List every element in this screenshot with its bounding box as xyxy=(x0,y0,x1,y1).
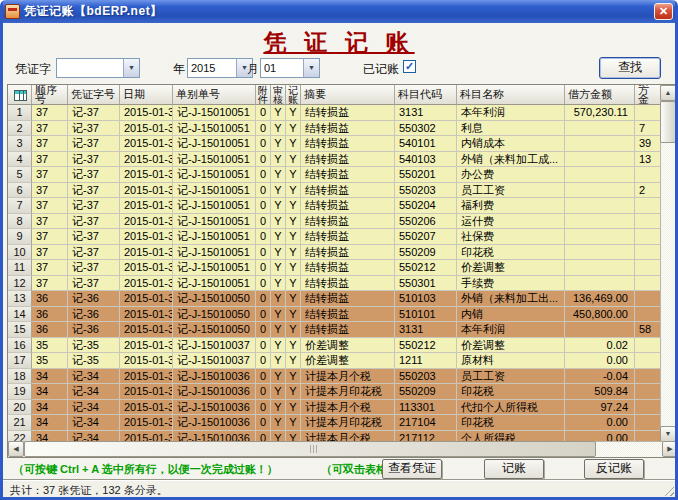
summary-cell[interactable]: 结转损益 xyxy=(301,121,395,137)
voucher-no-cell[interactable]: 记-37 xyxy=(68,214,120,230)
doc-no-cell[interactable]: 记-J-15010051 xyxy=(173,245,256,261)
row-number-cell[interactable]: 14 xyxy=(8,307,32,323)
unpost-button[interactable]: 反记账 xyxy=(584,459,644,479)
date-cell[interactable]: 2015-01-31 xyxy=(120,353,173,369)
posted-cell[interactable]: Y xyxy=(286,338,301,354)
attachment-cell[interactable]: 0 xyxy=(256,121,271,137)
audit-cell[interactable]: Y xyxy=(271,415,286,431)
seq-cell[interactable]: 34 xyxy=(32,384,68,400)
table-row[interactable]: 1934记-342015-01-31记-J-150100360YY计提本月印花税… xyxy=(8,384,661,400)
posted-cell[interactable]: Y xyxy=(286,353,301,369)
account-code-cell[interactable]: 550212 xyxy=(395,338,457,354)
account-code-cell[interactable]: 3131 xyxy=(395,105,457,121)
posted-cell[interactable]: Y xyxy=(286,152,301,168)
summary-cell[interactable]: 结转损益 xyxy=(301,105,395,121)
table-row[interactable]: 1436记-362015-01-31记-J-150100500YY结转损益510… xyxy=(8,307,661,323)
posted-cell[interactable]: Y xyxy=(286,276,301,292)
summary-cell[interactable]: 结转损益 xyxy=(301,245,395,261)
credit-amount-cell[interactable] xyxy=(635,400,661,416)
summary-cell[interactable]: 结转损益 xyxy=(301,167,395,183)
seq-cell[interactable]: 37 xyxy=(32,198,68,214)
account-code-cell[interactable]: 550204 xyxy=(395,198,457,214)
row-number-cell[interactable]: 11 xyxy=(8,260,32,276)
voucher-no-cell[interactable]: 记-36 xyxy=(68,307,120,323)
debit-amount-cell[interactable] xyxy=(565,136,635,152)
credit-amount-cell[interactable] xyxy=(635,229,661,245)
credit-amount-cell[interactable] xyxy=(635,353,661,369)
row-number-cell[interactable]: 20 xyxy=(8,400,32,416)
date-cell[interactable]: 2015-01-31 xyxy=(120,260,173,276)
account-name-cell[interactable]: 价差调整 xyxy=(457,260,565,276)
summary-cell[interactable]: 计提本月个税 xyxy=(301,400,395,416)
account-name-cell[interactable]: 本年利润 xyxy=(457,322,565,338)
posted-cell[interactable]: Y xyxy=(286,260,301,276)
voucher-no-cell[interactable]: 记-35 xyxy=(68,338,120,354)
audit-cell[interactable]: Y xyxy=(271,214,286,230)
attachment-cell[interactable]: 0 xyxy=(256,229,271,245)
account-code-cell[interactable]: 3131 xyxy=(395,322,457,338)
row-number-cell[interactable]: 15 xyxy=(8,322,32,338)
attachment-cell[interactable]: 0 xyxy=(256,105,271,121)
audit-cell[interactable]: Y xyxy=(271,291,286,307)
debit-amount-cell[interactable]: 97.24 xyxy=(565,400,635,416)
doc-no-cell[interactable]: 记-J-15010051 xyxy=(173,260,256,276)
credit-amount-cell[interactable] xyxy=(635,198,661,214)
account-code-cell[interactable]: 113301 xyxy=(395,400,457,416)
account-name-cell[interactable]: 价差调整 xyxy=(457,338,565,354)
credit-amount-cell[interactable] xyxy=(635,214,661,230)
date-cell[interactable]: 2015-01-31 xyxy=(120,415,173,431)
doc-no-cell[interactable]: 记-J-15010051 xyxy=(173,167,256,183)
doc-no-cell[interactable]: 记-J-15010050 xyxy=(173,307,256,323)
summary-cell[interactable]: 结转损益 xyxy=(301,183,395,199)
date-cell[interactable]: 2015-01-31 xyxy=(120,400,173,416)
seq-cell[interactable]: 37 xyxy=(32,167,68,183)
doc-no-cell[interactable]: 记-J-15010037 xyxy=(173,338,256,354)
table-row[interactable]: 337记-372015-01-31记-J-150100510YY结转损益5401… xyxy=(8,136,661,152)
credit-amount-cell[interactable] xyxy=(635,260,661,276)
audit-cell[interactable]: Y xyxy=(271,229,286,245)
table-row[interactable]: 837记-372015-01-31记-J-150100510YY结转损益5502… xyxy=(8,214,661,230)
posted-cell[interactable]: Y xyxy=(286,229,301,245)
voucher-no-cell[interactable]: 记-37 xyxy=(68,105,120,121)
summary-cell[interactable]: 结转损益 xyxy=(301,214,395,230)
row-number-cell[interactable]: 1 xyxy=(8,105,32,121)
posted-cell[interactable]: Y xyxy=(286,400,301,416)
doc-no-cell[interactable]: 记-J-15010051 xyxy=(173,198,256,214)
audit-cell[interactable]: Y xyxy=(271,167,286,183)
row-number-cell[interactable]: 10 xyxy=(8,245,32,261)
account-name-cell[interactable]: 印花税 xyxy=(457,415,565,431)
debit-amount-cell[interactable] xyxy=(565,198,635,214)
credit-amount-cell[interactable] xyxy=(635,369,661,385)
account-name-cell[interactable]: 福利费 xyxy=(457,198,565,214)
doc-no-cell[interactable]: 记-J-15010051 xyxy=(173,152,256,168)
doc-no-cell[interactable]: 记-J-15010051 xyxy=(173,214,256,230)
credit-amount-cell[interactable]: 2 xyxy=(635,183,661,199)
credit-amount-cell[interactable]: 7 xyxy=(635,121,661,137)
posted-cell[interactable]: Y xyxy=(286,291,301,307)
debit-amount-cell[interactable]: 136,469.00 xyxy=(565,291,635,307)
debit-amount-cell[interactable] xyxy=(565,152,635,168)
date-cell[interactable]: 2015-01-31 xyxy=(120,167,173,183)
debit-amount-cell[interactable] xyxy=(565,260,635,276)
debit-amount-cell[interactable] xyxy=(565,245,635,261)
debit-amount-cell[interactable]: 509.84 xyxy=(565,384,635,400)
seq-cell[interactable]: 34 xyxy=(32,369,68,385)
summary-cell[interactable]: 结转损益 xyxy=(301,229,395,245)
audit-cell[interactable]: Y xyxy=(271,245,286,261)
table-row[interactable]: 1635记-352015-01-31记-J-150100370YY价差调整550… xyxy=(8,338,661,354)
voucher-no-cell[interactable]: 记-37 xyxy=(68,198,120,214)
audit-cell[interactable]: Y xyxy=(271,198,286,214)
debit-amount-cell[interactable] xyxy=(565,322,635,338)
date-cell[interactable]: 2015-01-31 xyxy=(120,121,173,137)
debit-amount-cell[interactable]: 0.00 xyxy=(565,415,635,431)
voucher-no-cell[interactable]: 记-34 xyxy=(68,369,120,385)
audit-cell[interactable]: Y xyxy=(271,353,286,369)
posted-cell[interactable]: Y xyxy=(286,105,301,121)
summary-cell[interactable]: 结转损益 xyxy=(301,322,395,338)
row-number-cell[interactable]: 17 xyxy=(8,353,32,369)
credit-amount-cell[interactable] xyxy=(635,276,661,292)
seq-cell[interactable]: 36 xyxy=(32,322,68,338)
account-code-cell[interactable]: 510103 xyxy=(395,291,457,307)
date-cell[interactable]: 2015-01-31 xyxy=(120,229,173,245)
resize-grip-icon[interactable] xyxy=(662,484,674,496)
